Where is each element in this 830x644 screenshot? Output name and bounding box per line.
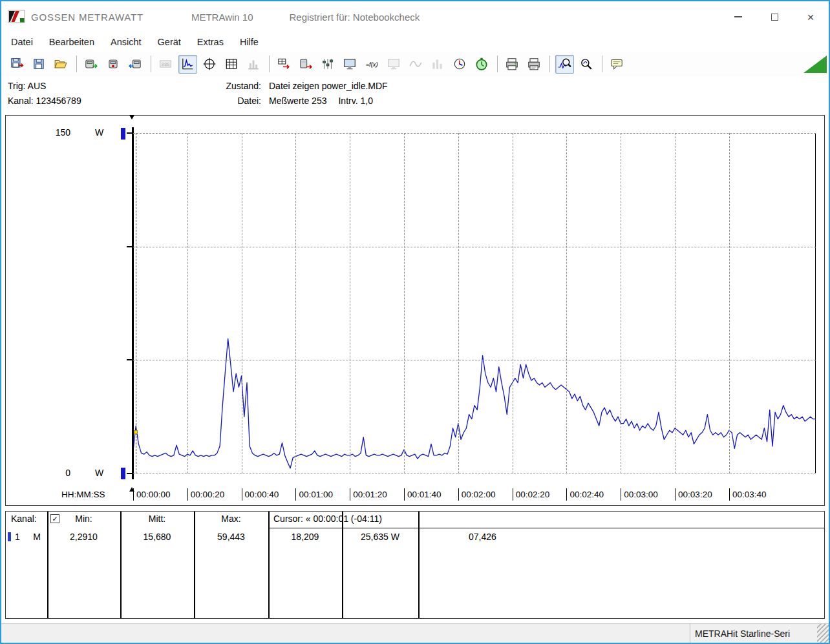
zoom-curve-button[interactable]	[577, 55, 596, 74]
level-config-button[interactable]	[319, 55, 337, 74]
monitor-view-button[interactable]	[341, 55, 359, 74]
table-view-icon	[224, 57, 239, 71]
device-record-button[interactable]	[104, 55, 123, 74]
channel-config-icon	[277, 57, 291, 71]
mitt-header: Mitt:	[120, 514, 194, 524]
cursor-a-value: 18,209	[268, 532, 342, 542]
x-tick-label-00:02:20: 00:02:20	[513, 488, 550, 501]
cursor-position: « 00:00:01 (-04:11)	[306, 514, 382, 524]
print-report-icon	[527, 57, 541, 71]
table-view-button[interactable]	[222, 55, 241, 74]
close-button[interactable]: ×	[793, 1, 829, 32]
channel-clock-icon	[452, 57, 467, 71]
device-upload-icon	[128, 57, 142, 71]
file-count-value: Meßwerte 253	[269, 96, 326, 106]
min-value: 2,2910	[47, 532, 120, 542]
folder-open-button[interactable]	[52, 55, 70, 74]
y-tick-0	[127, 473, 133, 474]
file-load-button[interactable]	[8, 55, 27, 74]
cursor-label: Cursor:	[273, 514, 303, 524]
display-view-button[interactable]	[385, 55, 403, 74]
channel-config-button[interactable]	[275, 55, 293, 74]
device-config-button[interactable]	[297, 55, 315, 74]
menu-item-hilfe[interactable]: Hilfe	[240, 37, 259, 47]
formula-icon: =f(x)	[365, 57, 379, 71]
xy-view-button[interactable]	[200, 55, 219, 74]
y-cursor-handle-top-icon[interactable]	[129, 115, 134, 119]
y-axis[interactable]	[132, 127, 134, 479]
toolbar-separator	[269, 56, 270, 72]
timer-icon	[474, 57, 489, 71]
h-gridline-50	[133, 360, 816, 360]
curve-view-icon	[180, 57, 195, 71]
menu-item-gert[interactable]: Gerät	[158, 37, 181, 47]
channel-clock-button[interactable]	[451, 55, 469, 74]
mm-bars-button[interactable]	[429, 55, 447, 74]
xy-view-icon	[202, 57, 217, 71]
y-tick-50	[127, 359, 133, 360]
plot-area[interactable]	[133, 133, 816, 473]
state-value: Datei zeigen power_idle.MDF	[269, 81, 388, 91]
table-header-row: Kanal: ✓ Min: Mitt: Max: Cursor: « 00:00…	[6, 514, 824, 524]
power-trace	[133, 338, 816, 468]
print-graph-icon	[505, 57, 519, 71]
cursor-b-unit: W	[391, 532, 399, 542]
window-controls: ×	[720, 1, 829, 32]
x-tick-label-00:03:20: 00:03:20	[675, 488, 712, 501]
status-bar: METRAHit Starline-Seri	[1, 623, 829, 643]
y-min-label: 0	[48, 468, 70, 478]
menu-item-ansicht[interactable]: Ansicht	[111, 37, 142, 47]
v-gridline-00:03:20	[675, 133, 676, 473]
v-gridline-00:02:20	[513, 133, 513, 473]
file-interval-value: Intrv. 1,0	[338, 96, 372, 106]
zoom-curve-icon	[579, 57, 593, 71]
formula-button[interactable]: =f(x)	[363, 55, 381, 74]
print-report-button[interactable]	[525, 55, 544, 74]
status-bar-message-area	[1, 624, 690, 643]
toolbar-separator	[76, 56, 77, 72]
zoom-time-button[interactable]	[555, 55, 574, 74]
v-gridline-00:02:40	[566, 133, 567, 473]
x-axis-labels: 00:00:0000:00:2000:00:4000:01:0000:01:20…	[133, 488, 816, 504]
menu-item-datei[interactable]: Datei	[11, 37, 33, 47]
toolbar-separator	[602, 56, 602, 72]
bar-view-button[interactable]	[244, 55, 263, 74]
resize-grip[interactable]	[817, 624, 829, 643]
channel-visible-checkbox[interactable]: ✓	[50, 514, 59, 523]
device-record-icon	[106, 57, 120, 71]
numeric-display-icon: 888	[158, 57, 173, 71]
menu-item-bearbeiten[interactable]: Bearbeiten	[49, 37, 94, 47]
state-label: Zustand:	[226, 81, 261, 91]
table-row: 1 M 2,2910 15,680 59,443 18,209 25,635 W…	[6, 532, 824, 542]
file-load-icon	[10, 57, 24, 71]
h-gridline-100	[133, 247, 816, 247]
time-cursor-line[interactable]	[136, 133, 136, 473]
h-gridline-150	[133, 133, 816, 134]
print-graph-button[interactable]	[503, 55, 522, 74]
curve-view-button[interactable]	[178, 55, 197, 74]
file-save-button[interactable]	[30, 55, 48, 74]
device-upload-button[interactable]	[126, 55, 145, 74]
minimize-icon	[734, 16, 742, 17]
cursor-value-marker[interactable]	[134, 430, 138, 434]
delta-value: 07,426	[418, 532, 824, 542]
mm-curve-button[interactable]	[407, 55, 425, 74]
app-title: METRAwin 10	[191, 12, 253, 23]
timer-button[interactable]	[473, 55, 491, 74]
kanal-header: Kanal:	[6, 514, 47, 524]
table-separator	[194, 512, 195, 618]
svg-text:888: 888	[162, 61, 170, 67]
channel-label: Kanal:	[8, 96, 34, 106]
numeric-display-button[interactable]: 888	[156, 55, 175, 74]
device-read-button[interactable]	[82, 55, 101, 74]
channel-value: 123456789	[36, 96, 81, 106]
minimize-button[interactable]	[720, 1, 756, 32]
menu-item-extras[interactable]: Extras	[197, 37, 224, 47]
table-separator	[47, 512, 48, 618]
app-window: GOSSEN METRAWATT METRAwin 10 Registriert…	[0, 0, 830, 644]
maximize-button[interactable]	[756, 1, 793, 32]
comment-button[interactable]	[608, 55, 626, 74]
x-tick-label-00:03:40: 00:03:40	[729, 488, 767, 501]
cursor-header: Cursor: « 00:00:01 (-04:11)	[268, 514, 824, 524]
device-read-icon	[84, 57, 98, 71]
